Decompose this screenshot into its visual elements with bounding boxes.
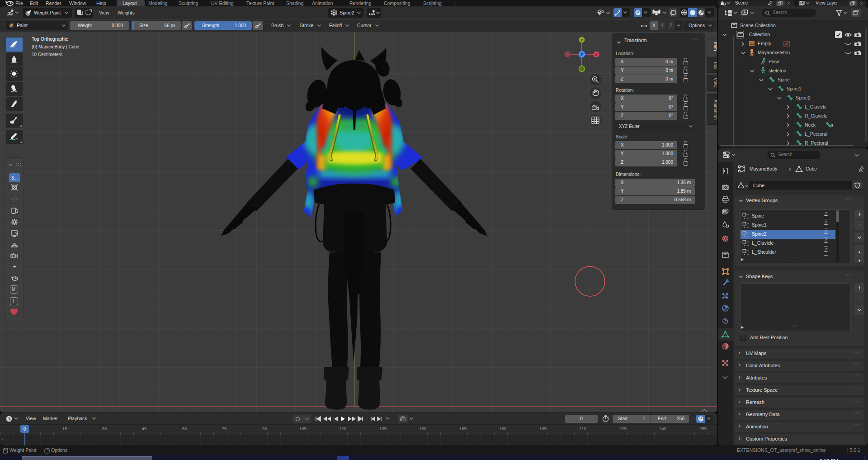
svg-text:X: X <box>595 52 598 57</box>
svg-text:Z: Z <box>580 52 583 57</box>
svg-text:Y: Y <box>580 38 583 43</box>
